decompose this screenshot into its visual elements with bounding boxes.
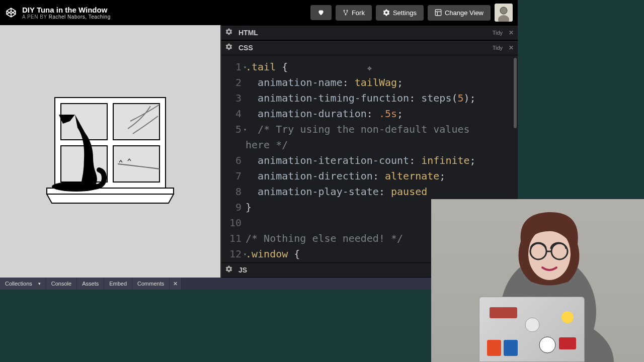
panel-header-css[interactable]: CSS Tidy ✕ [221,40,518,55]
assets-button[interactable]: Assets [77,278,104,290]
user-avatar[interactable] [495,4,513,22]
heart-button[interactable] [310,5,332,20]
svg-rect-28 [487,340,501,356]
code-line[interactable]: 6 animation-iteration-count: infinite; [221,153,518,168]
codepen-logo[interactable] [5,7,17,19]
code-line[interactable]: here */ [221,137,518,153]
svg-point-3 [344,10,345,11]
code-line[interactable]: 3 animation-timing-function: steps(5); [221,90,518,106]
code-line[interactable]: 2 animation-name: tailWag; [221,75,518,90]
laptop [479,297,585,362]
preview-pane[interactable] [0,25,220,278]
webcam-overlay [431,199,644,362]
change-view-button[interactable]: Change View [428,5,491,21]
code-line[interactable]: 4 animation-duration: .5s; [221,106,518,122]
code-line[interactable]: 7 animation-direction: alternate; [221,168,518,184]
pen-title[interactable]: DIY Tuna in the Window [22,6,310,14]
close-footer-button[interactable]: ✕ [170,278,182,290]
embed-button[interactable]: Embed [104,278,132,290]
author-link[interactable]: Rachel Nabors, Teaching [49,14,111,20]
code-line[interactable]: 8 animation-play-state: paused [221,184,518,200]
move-cursor-icon: ✥ [367,60,371,76]
svg-point-32 [561,311,574,323]
svg-rect-29 [504,340,518,356]
preview-illustration [45,94,176,209]
svg-point-4 [347,10,348,11]
tidy-button[interactable]: Tidy [493,30,503,36]
svg-point-5 [345,14,346,15]
svg-rect-6 [435,10,441,16]
byline-prefix: A PEN BY [22,14,49,20]
close-icon[interactable]: ✕ [509,29,514,36]
svg-point-30 [539,337,555,353]
svg-point-27 [525,318,539,332]
fork-button[interactable]: Fork [336,5,372,21]
panel-label: CSS [238,44,253,52]
svg-rect-33 [490,307,517,318]
svg-rect-31 [559,337,576,349]
gear-icon[interactable] [225,43,234,52]
svg-marker-19 [47,194,174,203]
code-line[interactable]: 5▾ /* Try using the non-default values [221,122,518,137]
header-actions: Fork Settings Change View [310,4,513,22]
gear-icon[interactable] [225,265,234,275]
title-block: DIY Tuna in the Window A PEN BY Rachel N… [22,6,310,20]
gear-icon[interactable] [225,28,234,37]
collections-dropdown[interactable]: Collections [0,278,46,290]
close-icon[interactable]: ✕ [509,44,514,51]
scrollbar[interactable] [514,58,517,128]
panel-header-html[interactable]: HTML Tidy ✕ [221,25,518,40]
panel-label: HTML [238,29,258,37]
footer-spacer [182,278,452,290]
comments-button[interactable]: Comments [132,278,170,290]
settings-button[interactable]: Settings [376,5,424,21]
app-header: DIY Tuna in the Window A PEN BY Rachel N… [0,0,518,25]
tidy-button[interactable]: Tidy [493,45,503,51]
panel-label: JS [238,266,247,274]
console-button[interactable]: Console [46,278,77,290]
